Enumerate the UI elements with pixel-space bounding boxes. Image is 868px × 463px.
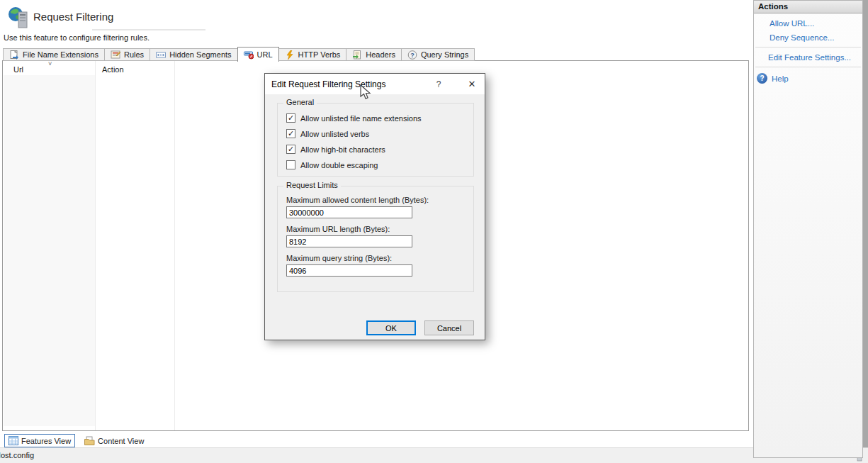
deny-sequence-link[interactable]: Deny Sequence...: [770, 33, 862, 42]
request-limits-groupbox: Request Limits Maximum allowed content l…: [277, 186, 474, 292]
max-query-string-label: Maximum query string (Bytes):: [286, 254, 392, 262]
content-view-icon: [84, 436, 95, 445]
general-groupbox: General ✓ Allow unlisted file name exten…: [277, 103, 474, 177]
help-icon: ?: [757, 73, 767, 84]
tab-hidden-segments[interactable]: Hidden Segments: [150, 48, 237, 61]
allow-unlisted-extensions-checkbox[interactable]: ✓: [286, 113, 295, 123]
column-divider: [174, 61, 175, 430]
tab-label: URL: [257, 50, 273, 59]
url-icon: [244, 50, 254, 60]
rules-icon: [111, 50, 120, 60]
column-header-action[interactable]: Action: [102, 65, 124, 74]
tab-label: Hidden Segments: [169, 50, 231, 59]
help-action[interactable]: ? Help: [757, 73, 862, 84]
tab-label: HTTP Verbs: [298, 50, 341, 59]
features-view-tab[interactable]: Features View: [4, 434, 75, 447]
column-divider: [95, 61, 96, 430]
general-groupbox-label: General: [283, 98, 317, 106]
tab-label: File Name Extensions: [23, 50, 98, 59]
dialog-help-button[interactable]: ?: [428, 74, 449, 94]
tab-file-name-extensions[interactable]: File Name Extensions: [3, 48, 105, 61]
page-title: Request Filtering: [33, 11, 113, 23]
cancel-button[interactable]: Cancel: [424, 320, 474, 335]
content-view-label: Content View: [98, 437, 144, 445]
page-subtitle: Use this feature to configure filtering …: [4, 33, 150, 42]
request-limits-groupbox-label: Request Limits: [283, 181, 341, 189]
divider: [92, 29, 205, 30]
tab-http-verbs[interactable]: HTTP Verbs: [278, 48, 347, 61]
request-filtering-feature-icon: [7, 6, 31, 29]
actions-separator: [755, 67, 861, 67]
http-verbs-icon: [285, 50, 295, 60]
allow-double-escaping-checkbox[interactable]: [286, 160, 295, 169]
tab-label: Rules: [124, 50, 144, 59]
hidden-segments-icon: [156, 50, 166, 60]
status-bar: Host.config: [0, 447, 868, 463]
dialog-titlebar[interactable]: Edit Request Filtering Settings ? ✕: [265, 74, 485, 94]
actions-separator: [755, 47, 861, 48]
content-view-tab[interactable]: Content View: [81, 435, 147, 447]
checkbox-label: Allow double escaping: [300, 161, 378, 169]
max-query-string-input[interactable]: [286, 264, 412, 277]
tab-headers[interactable]: Headers: [346, 48, 402, 61]
mouse-cursor: [360, 84, 372, 101]
headers-icon: [352, 50, 362, 60]
tab-label: Query Strings: [421, 50, 468, 59]
checkbox-row: Allow double escaping: [286, 160, 378, 169]
max-url-length-label: Maximum URL length (Bytes):: [286, 225, 390, 233]
tab-url[interactable]: URL: [237, 47, 279, 62]
url-column-highlight: [4, 75, 95, 426]
file-name-extensions-icon: [9, 50, 19, 60]
edit-feature-settings-link[interactable]: Edit Feature Settings...: [768, 53, 862, 62]
dialog-close-icon[interactable]: ✕: [458, 74, 486, 94]
view-switcher: Features View Content View: [4, 434, 147, 447]
allow-unlisted-verbs-checkbox[interactable]: ✓: [286, 129, 295, 138]
tab-rules[interactable]: Rules: [104, 48, 150, 61]
window-edge: [863, 0, 868, 447]
tab-query-strings[interactable]: ? Query Strings: [401, 48, 475, 61]
checkbox-row: ✓ Allow unlisted file name extensions: [286, 113, 422, 123]
checkbox-row: ✓ Allow unlisted verbs: [286, 129, 369, 138]
checkbox-label: Allow high-bit characters: [300, 145, 385, 154]
status-config-path: Host.config: [0, 451, 34, 459]
max-url-length-input[interactable]: [286, 235, 412, 247]
max-content-length-label: Maximum allowed content length (Bytes):: [286, 196, 429, 204]
query-strings-icon: ?: [407, 50, 417, 60]
checkbox-row: ✓ Allow high-bit characters: [286, 145, 385, 154]
ok-button[interactable]: OK: [366, 320, 416, 335]
edit-request-filtering-settings-dialog: Edit Request Filtering Settings ? ✕ Gene…: [264, 73, 485, 340]
actions-panel-title: Actions: [754, 1, 862, 13]
help-link: Help: [772, 74, 789, 83]
features-view-label: Features View: [21, 437, 71, 445]
filter-tabs: File Name Extensions Rules Hidden Segmen…: [4, 47, 475, 62]
svg-text:?: ?: [410, 51, 415, 58]
actions-panel: Actions Allow URL... Deny Sequence... Ed…: [753, 0, 863, 458]
tab-label: Headers: [366, 50, 395, 59]
max-content-length-input[interactable]: [286, 206, 412, 218]
allow-url-link[interactable]: Allow URL...: [770, 19, 862, 28]
checkbox-label: Allow unlisted file name extensions: [300, 114, 422, 123]
allow-high-bit-characters-checkbox[interactable]: ✓: [286, 145, 295, 154]
features-view-icon: [9, 436, 18, 445]
checkbox-label: Allow unlisted verbs: [300, 130, 369, 138]
column-header-url[interactable]: Url: [13, 65, 23, 74]
